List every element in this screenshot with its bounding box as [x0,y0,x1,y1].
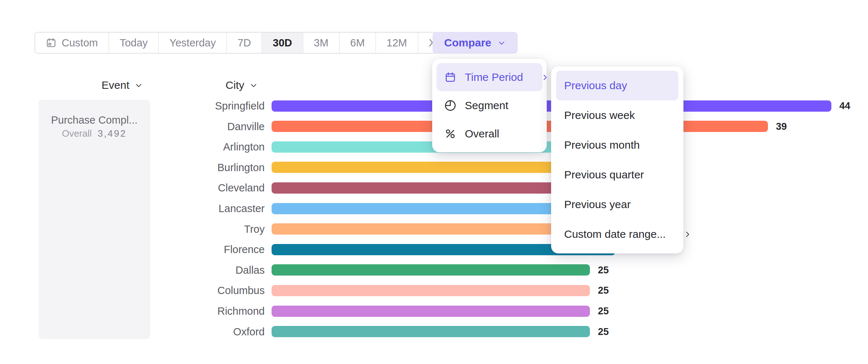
date-range-label: 7D [237,37,251,49]
compare-menu-item-overall[interactable]: Overall [437,120,542,148]
menu-item-label: Overall [465,128,499,140]
date-range-label: 6M [350,37,365,49]
submenu-item-previous-month[interactable]: Previous month [556,130,678,160]
bar-value-richmond: 25 [598,305,609,317]
chevron-down-icon [134,81,143,90]
bar-dallas[interactable] [272,264,590,276]
compare-menu-item-time-period[interactable]: Time Period [437,63,542,91]
date-range-3m[interactable]: 3M [303,33,340,53]
submenu-item-previous-day[interactable]: Previous day [556,71,678,100]
calendar-icon [445,71,456,83]
city-header-label: City [226,79,244,91]
event-header-label: Event [102,79,129,91]
event-legend-card[interactable]: Purchase Compl... Overall 3,492 [38,100,150,339]
chevron-down-icon [249,81,258,90]
insights-canvas: CustomTodayYesterday7D30D3M6M12MXTD Comp… [0,0,868,364]
date-range-7d[interactable]: 7D [227,33,262,53]
event-overall-row: Overall 3,492 [38,128,150,139]
bar-value-columbus: 25 [598,284,609,297]
bar-value-springfield: 44 [839,100,850,112]
bar-label-lancaster: Lancaster [138,202,265,215]
overall-value: 3,492 [98,128,127,139]
chevron-down-icon [497,38,506,47]
bar-label-richmond: Richmond [138,305,265,318]
submenu-item-previous-quarter[interactable]: Previous quarter [556,160,678,190]
bar-label-cleveland: Cleveland [138,181,265,194]
time-period-submenu: Previous dayPrevious weekPrevious monthP… [551,66,683,253]
date-range-yesterday[interactable]: Yesterday [159,33,227,53]
date-range-30d[interactable]: 30D [262,33,303,53]
compare-menu-item-segment[interactable]: Segment [437,91,542,120]
date-range-6m[interactable]: 6M [340,33,376,53]
date-range-today[interactable]: Today [109,33,159,53]
date-range-label: Custom [62,37,98,49]
percent-icon [445,128,456,140]
date-range-custom[interactable]: Custom [35,33,109,53]
submenu-item-label: Previous week [564,109,635,121]
bar-oxford[interactable] [272,326,590,337]
compare-menu: Time PeriodSegmentOverall [432,59,547,152]
date-range-control: CustomTodayYesterday7D30D3M6M12MXTD [34,32,475,54]
bar-richmond[interactable] [272,306,590,317]
bar-label-springfield: Springfield [138,99,265,112]
event-column-header[interactable]: Event [102,78,143,92]
segment-icon [445,100,456,111]
overall-label: Overall [62,128,92,139]
bar-label-florence: Florence [138,243,265,256]
date-range-12m[interactable]: 12M [376,33,418,53]
compare-button[interactable]: Compare [433,32,518,54]
bar-label-dallas: Dallas [138,264,265,277]
city-column-header[interactable]: City [226,78,258,92]
bar-label-oxford: Oxford [138,325,265,338]
bar-label-troy: Troy [138,223,265,236]
submenu-item-previous-week[interactable]: Previous week [556,100,678,130]
date-range-label: 12M [387,37,407,49]
submenu-item-label: Previous quarter [564,169,644,181]
compare-button-label: Compare [444,37,491,49]
bar-value-oxford: 25 [598,326,609,338]
submenu-item-label: Previous month [564,139,640,151]
date-range-label: Yesterday [169,37,216,49]
calendar-icon [46,37,57,48]
bar-label-arlington: Arlington [138,140,265,153]
chevron-right-icon [683,230,692,239]
submenu-item-label: Previous day [564,79,627,92]
bar-value-danville: 39 [776,120,787,133]
submenu-item-custom-date-range-[interactable]: Custom date range... [556,219,678,249]
date-range-label: 3M [314,37,328,49]
bar-label-columbus: Columbus [138,284,265,297]
submenu-item-label: Custom date range... [564,228,666,240]
menu-item-label: Time Period [465,71,523,83]
chevron-right-icon [541,73,550,82]
menu-item-label: Segment [465,99,508,112]
submenu-item-previous-year[interactable]: Previous year [556,190,678,219]
bar-label-danville: Danville [138,120,265,133]
date-range-label: Today [120,37,148,49]
bar-label-burlington: Burlington [138,161,265,174]
bar-value-dallas: 25 [598,264,609,276]
date-range-label: 30D [273,37,292,49]
bar-columbus[interactable] [272,285,590,296]
submenu-item-label: Previous year [564,198,631,211]
event-name: Purchase Compl... [38,113,150,127]
